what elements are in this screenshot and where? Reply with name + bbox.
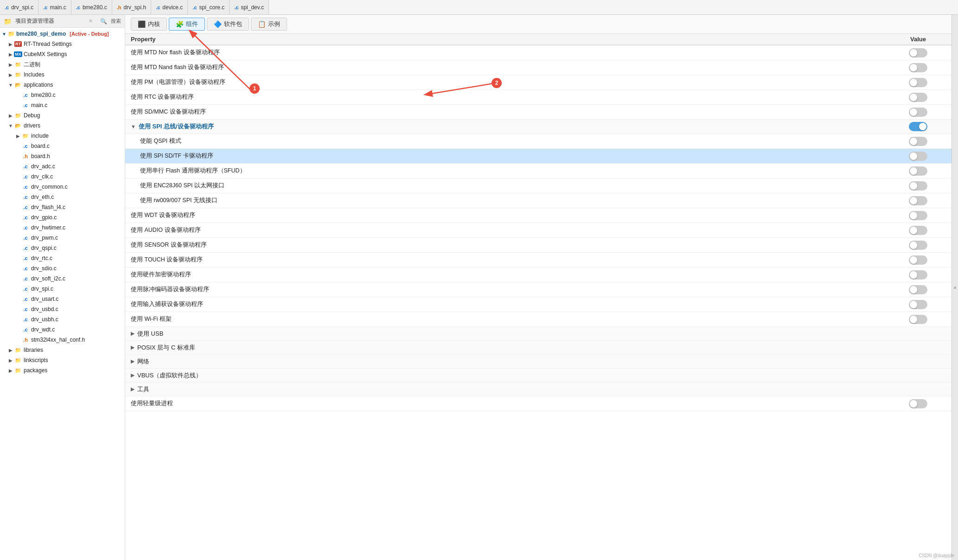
tree-label-drv_common_c: drv_common.c [31,184,68,190]
comp-tab-kernel[interactable]: ⬛内核 [131,18,167,31]
c-file-icon-drv_clk_c: .c [21,173,30,180]
tree-item-board_h[interactable]: .hboard.h [0,151,125,161]
tab-drv_spi_c[interactable]: .cdrv_spi.c [0,0,38,14]
toggle-14[interactable] [909,255,927,265]
toggle-16[interactable] [909,285,927,294]
tree-item-drv_gpio_c[interactable]: .cdrv_gpio.c [0,212,125,223]
tab-label-device_c: device.c [162,4,183,11]
section-row-20[interactable]: ▶POSIX 层与 C 标准库 [125,341,952,355]
tree-item-libraries[interactable]: ▶📁libraries [0,345,125,355]
prop-row-14: 使用 TOUCH 设备驱动程序 [125,253,952,267]
toggle-15[interactable] [909,270,927,280]
tree-item-drv_adc_c[interactable]: .cdrv_adc.c [0,161,125,172]
chevron-applications: ▼ [7,83,14,88]
tree-item-main_c[interactable]: .cmain.c [0,100,125,110]
tab-drv_spi_h[interactable]: .hdrv_spi.h [112,0,151,14]
comp-tab-components[interactable]: 🧩组件 [169,18,205,31]
prop-label-16: 使用脉冲编码器设备驱动程序 [131,286,890,293]
tab-bme280_c[interactable]: .cbme280.c [71,0,112,14]
tree-item-cubemx[interactable]: ▶MXCubeMX Settings [0,49,125,59]
tree-item-drv_common_c[interactable]: .cdrv_common.c [0,182,125,192]
c-file-icon-drv_common_c: .c [21,183,30,191]
watermark: CSDN @duapple [919,553,954,558]
tree-item-drv_sdio_c[interactable]: .cdrv_sdio.c [0,263,125,274]
toggle-2[interactable] [909,78,927,87]
tree-item-drv_rtc_c[interactable]: .cdrv_rtc.c [0,253,125,263]
prop-label-14: 使用 TOUCH 设备驱动程序 [131,256,890,264]
section-chevron-20: ▶ [131,344,134,350]
section-row-21[interactable]: ▶网络 [125,355,952,369]
toggle-10[interactable] [909,196,927,205]
tree-item-drv_wdt_c[interactable]: .cdrv_wdt.c [0,325,125,335]
comp-tab-packages[interactable]: 🔷软件包 [207,18,249,31]
toggle-12[interactable] [909,226,927,235]
tab-spi_dev_c[interactable]: .cspi_dev.c [230,0,269,14]
tree-item-drv_eth_c[interactable]: .cdrv_eth.c [0,192,125,202]
toggle-4[interactable] [909,108,927,117]
c-file-icon-drv_adc_c: .c [21,163,30,170]
tree-item-drv_qspi_c[interactable]: .cdrv_qspi.c [0,243,125,253]
toggle-18[interactable] [909,315,927,324]
tree-item-rt-thread[interactable]: ▶RTRT-Thread Settings [0,39,125,49]
section-chevron-21: ▶ [131,358,134,364]
tree-label-applications: applications [24,82,53,88]
tree-item-drivers[interactable]: ▼📂drivers [0,121,125,131]
tree-item-drv_soft_i2c_c[interactable]: .cdrv_soft_i2c.c [0,274,125,284]
section-row-22[interactable]: ▶VBUS（虚拟软件总线） [125,369,952,382]
content-wrapper: ⬛内核🧩组件🔷软件包📋示例 Property Value 使用 MTD Nor … [125,15,958,560]
project-name: bme280_spi_demo [16,31,66,37]
section-label-21: 网络 [137,357,149,366]
tree-item-applications[interactable]: ▼📂applications [0,80,125,90]
tree-item-packages[interactable]: ▶📁packages [0,365,125,375]
toggle-6[interactable] [909,137,927,146]
tree-item-board_c[interactable]: .cboard.c [0,141,125,151]
toggle-0[interactable] [909,48,927,57]
toggle-7[interactable] [909,152,927,161]
sidebar-header: 📁 项目资源管理器 ✕ 🔍 搜索 [0,15,125,28]
toggle-9[interactable] [909,181,927,191]
collapse-handle[interactable]: » [952,15,958,560]
tree-item-includes[interactable]: ▶📁Includes [0,70,125,80]
prop-label-17: 使用输入捕获设备驱动程序 [131,300,890,308]
toggle-3[interactable] [909,93,927,102]
toggle-11[interactable] [909,211,927,220]
tree-item-drv_flash_l4_c[interactable]: .cdrv_flash_l4.c [0,202,125,212]
comp-tab-examples[interactable]: 📋示例 [251,18,287,31]
tree-item-drv_hwtimer_c[interactable]: .cdrv_hwtimer.c [0,223,125,233]
section-row-19[interactable]: ▶使用 USB [125,327,952,341]
toggle-13[interactable] [909,241,927,250]
tab-spi_core_c[interactable]: .cspi_core.c [188,0,230,14]
tree-item-drv_usbh_c[interactable]: .cdrv_usbh.c [0,314,125,325]
tree-item-debug[interactable]: ▶📁Debug [0,110,125,121]
chevron-debug: ▶ [7,113,14,118]
comp-tab-label-examples: 示例 [268,20,280,28]
tab-main_c[interactable]: .cmain.c [38,0,71,14]
tree-item-drv_usart_c[interactable]: .cdrv_usart.c [0,294,125,304]
tree-item-binary[interactable]: ▶📁二进制 [0,59,125,70]
tree-item-drv_spi_c[interactable]: .cdrv_spi.c [0,284,125,294]
chevron-libraries: ▶ [7,348,14,353]
c-file-icon-drv_sdio_c: .c [21,265,30,272]
tree-item-include[interactable]: ▶📁include [0,131,125,141]
section-label-23: 工具 [137,385,149,394]
tree-item-stm32l4xx[interactable]: .hstm32l4xx_hal_conf.h [0,335,125,345]
tree-item-bme280_c[interactable]: .cbme280.c [0,90,125,100]
tree-label-drv_clk_c: drv_clk.c [31,173,53,180]
section-row-23[interactable]: ▶工具 [125,382,952,396]
toggle-24[interactable] [909,399,927,408]
toggle-17[interactable] [909,300,927,309]
prop-row-15: 使用硬件加密驱动程序 [125,267,952,282]
tab-device_c[interactable]: .cdevice.c [151,0,188,14]
toggle-1[interactable] [909,63,927,72]
project-header[interactable]: ▼ 📁 bme280_spi_demo [Active - Debug] [0,29,125,39]
prop-row-12: 使用 AUDIO 设备驱动程序 [125,223,952,238]
tree-item-drv_pwm_c[interactable]: .cdrv_pwm.c [0,233,125,243]
toggle-5[interactable] [909,122,927,131]
tree-item-drv_usbd_c[interactable]: .cdrv_usbd.c [0,304,125,314]
toggle-8[interactable] [909,166,927,176]
section-row-5[interactable]: ▼使用 SPI 总线/设备驱动程序 [125,120,952,134]
tree-item-linkscripts[interactable]: ▶📁linkscripts [0,355,125,365]
tree-item-drv_clk_c[interactable]: .cdrv_clk.c [0,172,125,182]
chevron-packages: ▶ [7,368,14,373]
tree-label-drv_pwm_c: drv_pwm.c [31,235,58,241]
